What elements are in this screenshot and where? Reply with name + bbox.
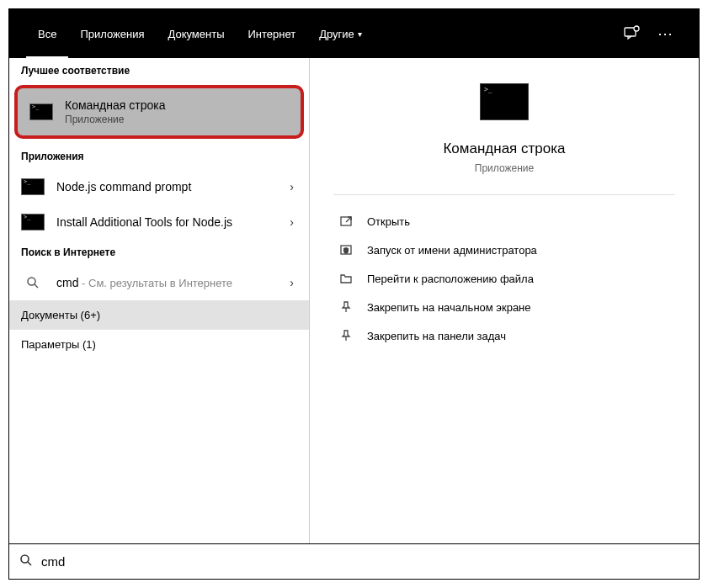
open-icon <box>337 215 355 228</box>
cmd-icon <box>21 213 45 231</box>
web-result[interactable]: cmd - См. результаты в Интернете › <box>9 265 309 300</box>
pin-icon <box>337 300 355 314</box>
search-window: Все Приложения Документы Интернет Другие… <box>8 8 700 580</box>
section-apps: Приложения <box>9 144 309 169</box>
chevron-right-icon[interactable]: › <box>286 215 297 229</box>
svg-point-1 <box>634 26 639 31</box>
action-run-admin[interactable]: Запуск от имени администратора <box>333 236 675 264</box>
tab-apps[interactable]: Приложения <box>68 9 156 58</box>
chevron-right-icon[interactable]: › <box>286 180 297 193</box>
preview-pane: Командная строка Приложение Открыть Запу… <box>310 58 699 543</box>
pin-icon <box>337 329 355 342</box>
app-result[interactable]: Install Additional Tools for Node.js › <box>9 204 309 240</box>
search-icon <box>21 273 45 292</box>
best-match-subtitle: Приложение <box>65 114 165 125</box>
web-query: cmd <box>56 276 78 289</box>
best-match-result[interactable]: Командная строка Приложение <box>14 85 304 139</box>
svg-point-2 <box>28 278 35 285</box>
action-label: Закрепить на начальном экране <box>367 301 531 314</box>
action-open[interactable]: Открыть <box>333 207 675 236</box>
cmd-icon <box>29 103 53 121</box>
action-label: Запуск от имени администратора <box>367 244 537 257</box>
search-input[interactable] <box>41 554 689 569</box>
tab-web[interactable]: Интернет <box>236 9 307 58</box>
action-label: Открыть <box>367 215 410 228</box>
section-best-match: Лучшее соответствие <box>9 58 309 83</box>
search-bar[interactable] <box>9 543 699 579</box>
chevron-right-icon[interactable]: › <box>286 276 297 289</box>
preview-card: Командная строка Приложение <box>333 83 675 195</box>
action-pin-start[interactable]: Закрепить на начальном экране <box>333 293 675 321</box>
folder-icon <box>337 272 355 285</box>
web-hint: - См. результаты в Интернете <box>78 277 232 289</box>
svg-point-8 <box>21 555 29 563</box>
app-result[interactable]: Node.js command prompt › <box>9 169 309 204</box>
app-result-title: Node.js command prompt <box>56 180 286 193</box>
svg-line-3 <box>35 284 38 288</box>
chevron-down-icon: ▾ <box>358 29 362 39</box>
best-match-title: Командная строка <box>65 98 165 112</box>
tab-all[interactable]: Все <box>26 9 68 58</box>
search-icon <box>19 554 33 569</box>
svg-line-9 <box>28 562 31 565</box>
feedback-icon[interactable] <box>615 9 648 58</box>
preview-subtitle: Приложение <box>475 162 534 174</box>
section-web: Поиск в Интернете <box>9 240 309 265</box>
group-documents[interactable]: Документы (6+) <box>9 300 309 330</box>
group-parameters[interactable]: Параметры (1) <box>9 330 309 359</box>
preview-app-icon <box>480 83 529 120</box>
results-pane: Лучшее соответствие Командная строка При… <box>9 58 310 543</box>
tabbar: Все Приложения Документы Интернет Другие… <box>9 9 699 58</box>
action-pin-taskbar[interactable]: Закрепить на панели задач <box>333 321 675 350</box>
action-open-location[interactable]: Перейти к расположению файла <box>333 264 675 293</box>
more-icon[interactable]: ⋯ <box>648 9 682 58</box>
action-label: Перейти к расположению файла <box>367 273 534 285</box>
app-result-title: Install Additional Tools for Node.js <box>56 215 286 229</box>
tab-docs[interactable]: Документы <box>156 9 236 58</box>
shield-icon <box>337 243 355 257</box>
preview-title: Командная строка <box>443 140 565 157</box>
action-label: Закрепить на панели задач <box>367 330 506 342</box>
cmd-icon <box>21 177 45 196</box>
tab-other[interactable]: Другие▾ <box>307 9 374 58</box>
